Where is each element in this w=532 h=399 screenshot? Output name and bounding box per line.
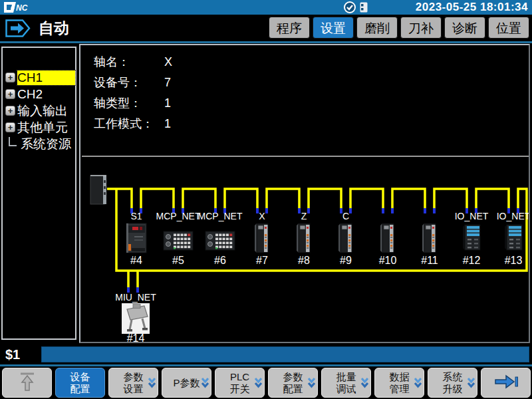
auto-mode-icon bbox=[5, 19, 31, 37]
title-bar: 自动 程序设置磨削刀补诊断位置 bbox=[0, 15, 532, 41]
chevron-down-icon bbox=[307, 377, 316, 391]
chevron-down-icon bbox=[360, 377, 369, 391]
softkey-device-config[interactable]: 设备配置 bbox=[55, 368, 105, 398]
expand-plus-icon[interactable]: + bbox=[5, 106, 15, 116]
softkey-label: 数据管理 bbox=[390, 371, 410, 395]
tree-item-label: CH2 bbox=[17, 87, 43, 102]
svg-text:IO_NET: IO_NET bbox=[455, 211, 489, 221]
expand-plus-icon[interactable]: + bbox=[5, 122, 15, 132]
svg-text:NC: NC bbox=[16, 3, 28, 13]
svg-text:#8: #8 bbox=[298, 255, 310, 266]
tree-item-CH1[interactable]: +CH1 bbox=[3, 69, 75, 86]
network-device-10: #10 bbox=[379, 223, 397, 266]
device-tree-panel: +CH1+CH2+输入输出+其他单元系统资源 bbox=[1, 47, 76, 340]
softkey-label: PLC开关 bbox=[230, 371, 250, 395]
network-topology-diagram: S1#4MCP_NET#5MCP_NET#6X#7Z#8C#9#10#11IO_… bbox=[80, 45, 529, 342]
svg-text:Z: Z bbox=[301, 211, 307, 221]
main-panel: 轴名：X设备号：7轴类型：1工作模式：1 S1#4MCP_NET#5MCP_NE… bbox=[79, 44, 530, 343]
softkey-system-upgrade[interactable]: 系统升级 bbox=[428, 368, 477, 398]
network-device-12: IO_NET#12 bbox=[455, 211, 489, 266]
softkey-param-config[interactable]: 参数配置 bbox=[268, 368, 318, 398]
expand-plus-icon[interactable]: + bbox=[5, 89, 15, 99]
network-device-11: #11 bbox=[421, 223, 438, 266]
chevron-down-icon bbox=[201, 377, 209, 391]
tree-item-CH2[interactable]: +CH2 bbox=[3, 86, 75, 102]
channel-indicator: $1 bbox=[5, 344, 20, 364]
tree-item-label: CH1 bbox=[17, 70, 75, 85]
svg-text:#13: #13 bbox=[505, 255, 523, 266]
softkey-plc-switch[interactable]: PLC开关 bbox=[215, 368, 265, 398]
svg-text:MCP_NET: MCP_NET bbox=[156, 211, 201, 221]
chevron-down-icon bbox=[414, 377, 422, 391]
next-page-arrow-icon bbox=[491, 372, 521, 394]
softkey-p-param[interactable]: P参数 bbox=[162, 368, 211, 398]
tree-elbow-icon bbox=[9, 137, 17, 146]
softkey-label: 参数配置 bbox=[283, 371, 303, 395]
tree-item-其他单元[interactable]: +其他单元 bbox=[3, 119, 75, 136]
softkey-data-manage[interactable]: 数据管理 bbox=[374, 368, 424, 398]
top-status-bar: NC 2023-05-25 18:01:34 bbox=[0, 0, 532, 15]
datetime: 2023-05-25 18:01:34 bbox=[416, 0, 528, 15]
softkey-label: 系统升级 bbox=[443, 371, 463, 395]
command-input-bar[interactable] bbox=[41, 346, 529, 362]
svg-text:#7: #7 bbox=[256, 255, 268, 266]
svg-text:IO_NET: IO_NET bbox=[497, 211, 529, 221]
tree-item-label: 系统资源 bbox=[21, 136, 71, 153]
softkey-page-next[interactable] bbox=[481, 368, 531, 398]
network-device-7: X#7 bbox=[255, 211, 268, 266]
softkey-label: P参数 bbox=[173, 377, 200, 389]
softkey-param-setting[interactable]: 参数设置 bbox=[108, 368, 158, 398]
tab-磨削[interactable]: 磨削 bbox=[356, 17, 398, 39]
network-device-14: MIU_NET#14 bbox=[115, 292, 156, 342]
softkey-label: 设备配置 bbox=[70, 371, 90, 395]
tab-程序[interactable]: 程序 bbox=[269, 17, 310, 39]
mode-label: 自动 bbox=[39, 15, 69, 41]
tree-item-系统资源[interactable]: 系统资源 bbox=[3, 136, 75, 152]
softkey-page-up[interactable] bbox=[2, 368, 52, 398]
tab-刀补[interactable]: 刀补 bbox=[400, 17, 442, 39]
tab-设置[interactable]: 设置 bbox=[313, 17, 354, 39]
svg-text:#4: #4 bbox=[130, 255, 142, 266]
tree-item-label: 其他单元 bbox=[17, 119, 68, 136]
svg-text:#14: #14 bbox=[127, 332, 145, 342]
svg-text:S1: S1 bbox=[130, 211, 142, 221]
tree-item-输入输出[interactable]: +输入输出 bbox=[3, 102, 75, 119]
check-status-icon bbox=[343, 1, 356, 14]
page-up-arrow-icon bbox=[16, 370, 39, 396]
status-bar: $1 bbox=[0, 344, 532, 364]
storage-status-icon bbox=[360, 2, 368, 13]
network-device-6: MCP_NET#6 bbox=[198, 211, 243, 266]
svg-text:#12: #12 bbox=[463, 255, 481, 266]
svg-text:C: C bbox=[342, 211, 349, 221]
softkey-bar: 设备配置参数设置P参数PLC开关参数配置批量调试数据管理系统升级 bbox=[0, 366, 532, 399]
svg-text:X: X bbox=[259, 211, 265, 221]
svg-text:#5: #5 bbox=[172, 255, 184, 266]
network-device-9: C#9 bbox=[338, 211, 352, 266]
chevron-down-icon bbox=[148, 377, 156, 391]
network-device-8: Z#8 bbox=[297, 211, 310, 266]
expand-plus-icon[interactable]: + bbox=[5, 72, 15, 82]
softkey-label: 批量调试 bbox=[336, 371, 356, 395]
chevron-down-icon bbox=[467, 377, 475, 391]
softkey-batch-debug[interactable]: 批量调试 bbox=[321, 368, 371, 398]
svg-text:#11: #11 bbox=[421, 255, 438, 266]
network-device-4: S1#4 bbox=[126, 211, 146, 266]
tab-诊断[interactable]: 诊断 bbox=[444, 17, 485, 39]
softkey-label: 参数设置 bbox=[124, 371, 144, 395]
svg-text:MCP_NET: MCP_NET bbox=[198, 211, 243, 221]
network-device-5: MCP_NET#5 bbox=[156, 211, 201, 266]
svg-text:#9: #9 bbox=[340, 255, 352, 266]
chevron-down-icon bbox=[254, 377, 263, 391]
tab-bar: 程序设置磨削刀补诊断位置 bbox=[269, 17, 529, 39]
svg-text:MIU_NET: MIU_NET bbox=[115, 292, 156, 303]
network-device-13: IO_NET#13 bbox=[497, 211, 529, 266]
svg-text:#10: #10 bbox=[379, 255, 397, 266]
brand-logo-icon: NC bbox=[3, 1, 56, 14]
host-controller-device bbox=[90, 176, 106, 204]
svg-text:#6: #6 bbox=[214, 255, 226, 266]
tree-item-label: 输入输出 bbox=[17, 102, 68, 120]
tab-位置[interactable]: 位置 bbox=[488, 17, 529, 39]
separator-line-top bbox=[0, 41, 532, 43]
